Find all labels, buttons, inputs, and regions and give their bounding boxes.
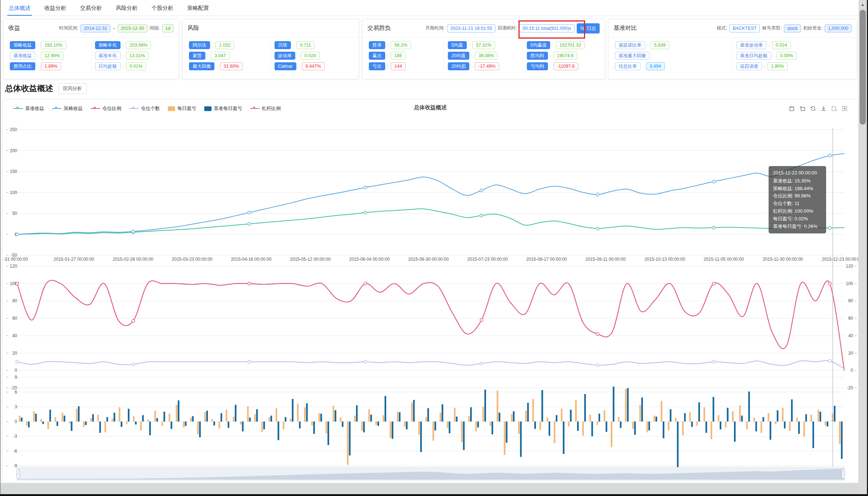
stat-calmar: Calmar:6.447% (275, 62, 352, 70)
bar-每日盈亏 (646, 422, 648, 433)
bar-基准每日盈亏 (277, 422, 279, 440)
y-axis-label-right: 60 (848, 316, 853, 321)
bar-每日盈亏 (711, 422, 713, 440)
bar-基准每日盈亏 (156, 418, 158, 422)
legend-label: 仓位比例 (102, 105, 121, 112)
legend-item-杠杆比例[interactable]: 杠杆比例 (250, 105, 281, 112)
brush-select-icon[interactable] (831, 105, 837, 112)
y-axis-label: 3 (15, 404, 17, 409)
bar-每日盈亏 (618, 417, 620, 421)
series-marker (364, 186, 367, 189)
restore-icon[interactable] (810, 105, 816, 112)
range-analysis-button[interactable]: 区间分析 (58, 83, 87, 94)
save-image-icon[interactable] (820, 105, 827, 112)
time-range-label: 时间区间: (59, 25, 78, 31)
bar-每日盈亏 (90, 418, 92, 422)
stat-label: 信息比率 (615, 62, 640, 70)
stat-label: 追踪误差 (737, 62, 762, 70)
stat-strategy-return: 策略收益:193.10% (10, 41, 87, 49)
bar-基准每日盈亏 (242, 422, 244, 432)
datazoom-handle (17, 469, 20, 478)
series-marker (16, 233, 19, 236)
bar-每日盈亏 (604, 410, 605, 422)
bar-每日盈亏 (803, 422, 805, 437)
series-marker (596, 332, 599, 335)
stat-label: 20均盈 (448, 52, 469, 60)
datazoom-reset-icon[interactable] (799, 105, 806, 112)
bar-基准每日盈亏 (92, 414, 94, 421)
tab-return-analysis[interactable]: 收益分析 (43, 1, 68, 16)
scrollbar-up-arrow[interactable]: ▲ (859, 0, 867, 9)
tab-risk-analysis[interactable]: 风险分析 (114, 1, 139, 16)
bar-每日盈亏 (183, 422, 185, 428)
legend-item-仓位比例[interactable]: 仓位比例 (91, 105, 121, 112)
mode-value[interactable]: BACKTEST (729, 24, 760, 32)
bar-每日盈亏 (639, 405, 641, 422)
risk-panel: 风险 阿尔法:1.032 夏普:3.047 最大回撤:31.60% 贝塔:0.7… (182, 19, 359, 79)
stat-label: 索提诺比率 (615, 41, 645, 49)
tab-overview[interactable]: 总体概述 (7, 1, 32, 16)
bar-基准每日盈亏 (106, 417, 108, 421)
bar-基准每日盈亏 (228, 422, 229, 428)
stat-max-drawdown: 最大回撤:31.60% (189, 62, 267, 70)
log-button[interactable]: 日志 (577, 23, 600, 34)
x-axis-label: 2015-06-30 00:00:00 (408, 257, 449, 262)
chart-legend: 基准收益策略收益仓位比例仓位个数每日盈亏基准每日盈亏杠杆比例 (13, 105, 281, 112)
account-type-value[interactable]: stock (784, 24, 801, 32)
datazoom-icon[interactable] (789, 105, 795, 112)
bar-基准每日盈亏 (206, 411, 208, 422)
start-date-input[interactable]: 2014-12-31 (80, 24, 110, 32)
stat-benchmark-daily-excess: 基准日均超额:0.00% (737, 52, 851, 60)
page-scrollbar[interactable]: ▲ (859, 0, 867, 494)
brush-clear-icon[interactable] (841, 105, 848, 112)
legend-item-仓位个数[interactable]: 仓位个数 (129, 105, 160, 112)
tab-trade-analysis[interactable]: 交易分析 (79, 1, 103, 16)
stat-value: 1.80% (768, 62, 788, 70)
backtest-cost-value[interactable]: 00:15:11 total(911.000)s (519, 24, 575, 32)
legend-item-每日盈亏[interactable]: 每日盈亏 (168, 105, 196, 112)
y-axis-label: 120 (10, 264, 17, 269)
stat-label: 策略收益 (10, 41, 35, 49)
legend-label: 策略收益 (64, 105, 83, 112)
bar-基准每日盈亏 (605, 422, 607, 432)
stat-avg-loss-profit: 亏均利:-11097.6 (527, 62, 598, 70)
bar-基准每日盈亏 (449, 422, 451, 433)
y-axis-label-right: 100 (846, 281, 853, 286)
tab-stock-analysis[interactable]: 个股分析 (150, 1, 175, 16)
interval-input[interactable]: 1d (162, 24, 174, 32)
y-axis-label: 40 (12, 333, 17, 338)
initial-capital-value[interactable]: 1,000,000 (825, 24, 852, 32)
bar-每日盈亏 (839, 422, 841, 444)
stat-value: 1.89% (41, 62, 61, 70)
bar-每日盈亏 (297, 404, 299, 422)
bar-基准每日盈亏 (78, 406, 80, 422)
scrollbar-thumb[interactable] (860, 10, 866, 125)
stat-value: 0.00% (777, 52, 797, 60)
stat-sharpe: 夏普:3.047 (189, 52, 267, 60)
x-axis-label: 2015-02-26 00:00:00 (113, 257, 153, 262)
bar-每日盈亏 (746, 422, 748, 430)
stat-loss-count: 亏次:144 (369, 62, 440, 70)
legend-item-策略收益[interactable]: 策略收益 (52, 105, 83, 112)
tab-strategy-config[interactable]: 策略配置 (186, 1, 210, 16)
stat-label: 基准收益 (10, 52, 35, 60)
chart-canvas[interactable]: 250200150100500-501201201001008080606040… (3, 99, 858, 483)
bar-基准每日盈亏 (506, 422, 508, 443)
bar-每日盈亏 (33, 411, 35, 421)
stat-value: 31.60% (220, 62, 242, 70)
legend-label: 仓位个数 (141, 105, 160, 112)
stat-value: 12.90% (41, 52, 63, 60)
end-date-input[interactable]: 2015-12-30 (118, 24, 147, 32)
legend-item-基准每日盈亏[interactable]: 基准每日盈亏 (204, 105, 242, 112)
bar-基准每日盈亏 (470, 407, 472, 421)
legend-item-基准收益[interactable]: 基准收益 (13, 105, 44, 112)
run-time-value[interactable]: 2023-11-21 16:01:55 (447, 24, 496, 32)
stat-label: 5均盈 (448, 41, 467, 49)
stat-label: 亏均利 (527, 62, 548, 70)
bar-每日盈亏 (204, 412, 206, 422)
window-edge-left (0, 0, 1, 496)
stat-value: 185 (391, 52, 406, 60)
stat-label: 赢次 (369, 52, 385, 60)
bar-每日盈亏 (439, 413, 441, 421)
stat-win-rate: 胜率:56.2% (369, 41, 440, 49)
